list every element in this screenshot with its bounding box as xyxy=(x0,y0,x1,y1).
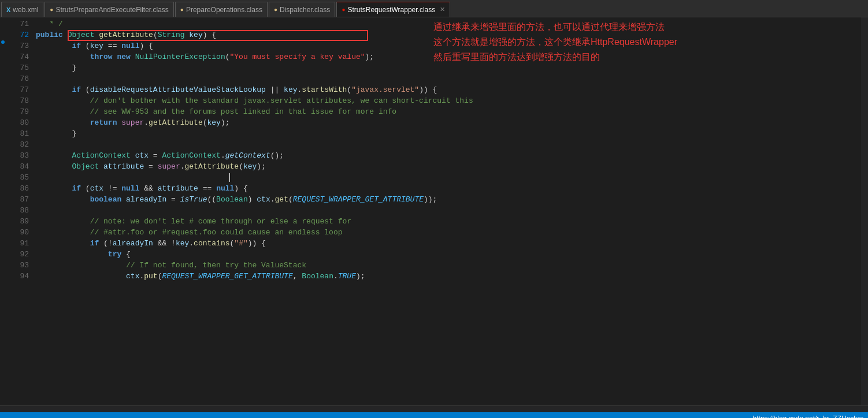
line-num-91: 91 xyxy=(6,238,29,249)
code-text: // don't bother with the standard javax.… xyxy=(36,95,473,106)
tab-struts-wrapper[interactable]: ● StrutsRequestWrapper.class ✕ xyxy=(336,2,450,17)
code-line-85 xyxy=(36,172,861,183)
code-line-91: if (!alreadyIn && !key.contains("#")) { xyxy=(36,238,861,249)
line-num-86: 86 xyxy=(6,183,29,194)
tab-close-button[interactable]: ✕ xyxy=(440,6,445,13)
code-line-77: if (disableRequestAttributeValueStackLoo… xyxy=(36,84,861,95)
code-line-83: ActionContext ctx = ActionContext.getCon… xyxy=(36,150,861,161)
code-line-81: } xyxy=(36,128,861,139)
line-num-93: 93 xyxy=(6,260,29,271)
code-text: if (!alreadyIn && !key.contains("#")) { xyxy=(36,238,266,249)
tab-label: web.xml xyxy=(13,6,38,14)
code-text xyxy=(36,172,230,183)
code-text: if (disableRequestAttributeValueStackLoo… xyxy=(36,84,437,95)
code-line-92: try { xyxy=(36,249,861,260)
line-num-94: 94 xyxy=(6,271,29,282)
line-num-71: 71 xyxy=(6,18,29,29)
left-gutter xyxy=(0,17,6,405)
line-num-73: 73 xyxy=(6,40,29,51)
line-num-92: 92 xyxy=(6,249,29,260)
code-line-87: boolean alreadyIn = isTrue((Boolean) ctx… xyxy=(36,194,861,205)
code-line-71: * / xyxy=(36,18,861,29)
line-num-82: 82 xyxy=(6,139,29,150)
code-line-72: public Object getAttribute(String key) { xyxy=(36,29,861,40)
class-icon-3: ● xyxy=(274,6,277,13)
line-num-78: 78 xyxy=(6,95,29,106)
line-num-80: 80 xyxy=(6,117,29,128)
line-num-76: 76 xyxy=(6,73,29,84)
code-line-90: // #attr.foo or #request.foo could cause… xyxy=(36,227,861,238)
code-text: * / xyxy=(36,18,63,29)
code-line-84: Object attribute = super.getAttribute(ke… xyxy=(36,161,861,172)
code-text: // note: we don't let # come through or … xyxy=(36,216,351,227)
status-bar: https://blog.csdn.net/r_br_ZZHacker xyxy=(0,412,868,418)
line-num-88: 88 xyxy=(6,205,29,216)
line-num-89: 89 xyxy=(6,216,29,227)
code-line-79: // see WW-953 and the forums post linked… xyxy=(36,106,861,117)
line-num-81: 81 xyxy=(6,128,29,139)
code-line-93: // If not found, then try the ValueStack xyxy=(36,260,861,271)
web-xml-icon: X xyxy=(6,6,10,13)
line-num-90: 90 xyxy=(6,227,29,238)
line-num-77: 77 xyxy=(6,84,29,95)
editor-area: 71 72 73 74 75 76 77 78 79 80 81 82 83 8… xyxy=(0,17,868,405)
code-text: if (ctx != null && attribute == null) { xyxy=(36,183,248,194)
code-text: if (key == null) { xyxy=(36,40,153,51)
code-line-78: // don't bother with the standard javax.… xyxy=(36,95,861,106)
code-text: ActionContext ctx = ActionContext.getCon… xyxy=(36,150,284,161)
code-line-74: throw new NullPointerException("You must… xyxy=(36,51,861,62)
vertical-scrollbar[interactable] xyxy=(861,17,868,405)
code-text: Object attribute = super.getAttribute(ke… xyxy=(36,161,266,172)
line-num-79: 79 xyxy=(6,106,29,117)
tab-label: StrutsPrepareAndExecuteFilter.class xyxy=(55,6,168,14)
code-line-94: ctx.put(REQUEST_WRAPPER_GET_ATTRIBUTE, B… xyxy=(36,271,861,282)
code-text: public Object getAttribute(String key) { xyxy=(36,29,216,40)
code-line-82 xyxy=(36,139,861,150)
code-text: throw new NullPointerException("You must… xyxy=(36,51,374,62)
code-line-75: } xyxy=(36,62,861,73)
line-num-87: 87 xyxy=(6,194,29,205)
line-num-74: 74 xyxy=(6,51,29,62)
code-text: // see WW-953 and the forums post linked… xyxy=(36,106,396,117)
line-num-72: 72 xyxy=(6,29,29,40)
tab-web-xml[interactable]: X web.xml xyxy=(1,2,43,17)
code-line-76 xyxy=(36,73,861,84)
code-line-86: if (ctx != null && attribute == null) { xyxy=(36,183,861,194)
tab-label: StrutsRequestWrapper.class xyxy=(347,6,435,14)
tab-bar: X web.xml ● StrutsPrepareAndExecuteFilte… xyxy=(0,0,868,17)
horizontal-scrollbar[interactable] xyxy=(0,405,868,412)
line-numbers: 71 72 73 74 75 76 77 78 79 80 81 82 83 8… xyxy=(6,17,36,405)
code-text: ctx.put(REQUEST_WRAPPER_GET_ATTRIBUTE, B… xyxy=(36,271,365,282)
line-num-85: 85 xyxy=(6,172,29,183)
class-icon-4: ● xyxy=(342,6,345,13)
tab-prepare-ops[interactable]: ● PrepareOperations.class xyxy=(175,2,268,17)
code-line-89: // note: we don't let # come through or … xyxy=(36,216,861,227)
code-text: // #attr.foo or #request.foo could cause… xyxy=(36,227,343,238)
tab-dispatcher[interactable]: ● Dispatcher.class xyxy=(269,2,335,17)
status-url: https://blog.csdn.net/r_br_ZZHacker xyxy=(753,415,863,418)
code-text: // If not found, then try the ValueStack xyxy=(36,260,306,271)
line-num-84: 84 xyxy=(6,161,29,172)
code-text: boolean alreadyIn = isTrue((Boolean) ctx… xyxy=(36,194,437,205)
code-content[interactable]: 通过继承来增强里面的方法，也可以通过代理来增强方法 这个方法就是增强的方法，这个… xyxy=(36,17,861,405)
line-num-75: 75 xyxy=(6,62,29,73)
class-icon-2: ● xyxy=(180,6,184,13)
tab-label: PrepareOperations.class xyxy=(186,6,262,14)
tab-struts-filter[interactable]: ● StrutsPrepareAndExecuteFilter.class xyxy=(44,2,173,17)
code-text: } xyxy=(36,128,76,139)
class-icon-1: ● xyxy=(50,6,53,13)
code-text: } xyxy=(36,62,76,73)
tab-label: Dispatcher.class xyxy=(280,6,330,14)
code-line-88 xyxy=(36,205,861,216)
code-text: try { xyxy=(36,249,131,260)
code-line-73: if (key == null) { xyxy=(36,40,861,51)
code-line-80: return super.getAttribute(key); xyxy=(36,117,861,128)
line-num-83: 83 xyxy=(6,150,29,161)
code-text: return super.getAttribute(key); xyxy=(36,117,230,128)
